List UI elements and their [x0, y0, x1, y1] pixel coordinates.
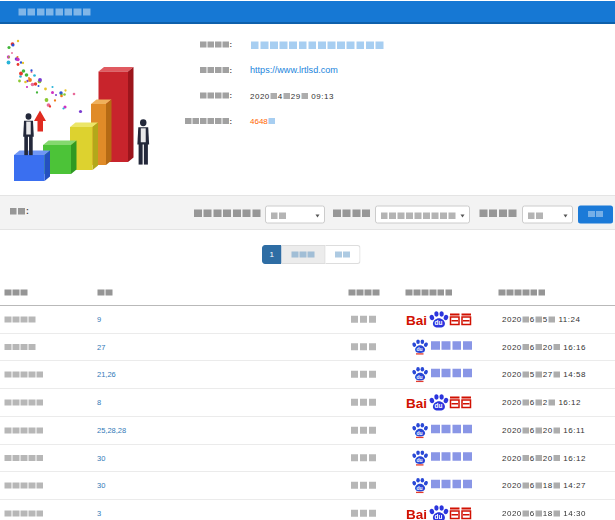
svg-text:du: du — [417, 430, 423, 436]
svg-text:du: du — [435, 513, 443, 520]
svg-text:Bai: Bai — [406, 396, 427, 411]
svg-text:du: du — [417, 346, 423, 352]
svg-text:Bai: Bai — [406, 507, 427, 520]
svg-text:du: du — [417, 374, 423, 380]
svg-text:Bai: Bai — [406, 313, 427, 328]
svg-text:du: du — [417, 485, 423, 491]
svg-text:du: du — [435, 402, 443, 409]
svg-text:du: du — [435, 319, 443, 326]
svg-text:du: du — [417, 457, 423, 463]
